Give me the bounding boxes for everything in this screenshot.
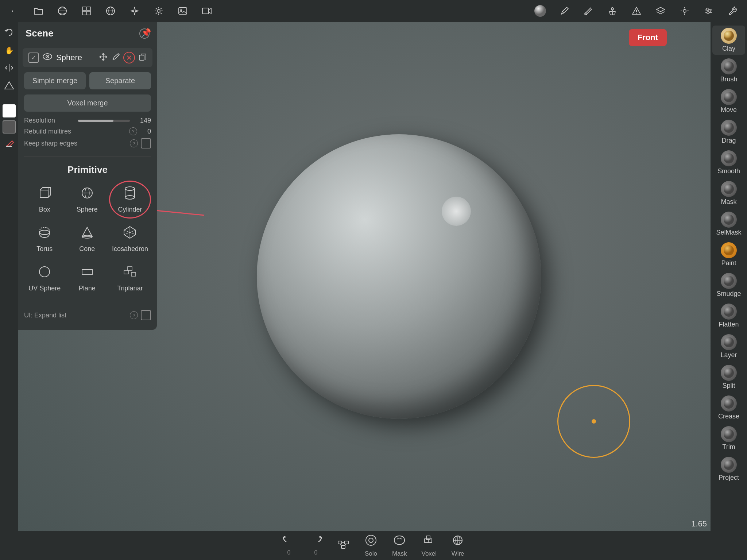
separate-button[interactable]: Separate	[89, 72, 151, 89]
topology-icon[interactable]	[55, 4, 69, 18]
tool-move[interactable]: Move	[712, 87, 745, 116]
wrench-icon[interactable]	[726, 4, 740, 18]
sliders-icon[interactable]	[702, 4, 716, 18]
brush-dot	[592, 419, 596, 424]
object-copy-icon[interactable]	[139, 53, 147, 63]
globe-icon[interactable]	[104, 4, 117, 18]
tool-selmask[interactable]: SelMask	[712, 209, 745, 239]
undo-icon[interactable]	[2, 26, 16, 40]
brush2-icon[interactable]	[581, 4, 595, 18]
resolution-slider[interactable]	[78, 120, 130, 122]
svg-point-59	[724, 153, 734, 163]
ui-expand-row: UI: Expand list ?	[18, 308, 157, 323]
tool-flatten[interactable]: Flatten	[712, 301, 745, 331]
icosahedron-icon	[123, 225, 137, 243]
ui-expand-help-icon[interactable]: ?	[130, 311, 138, 319]
svg-rect-10	[179, 8, 187, 14]
tool-trim[interactable]: Trim	[712, 424, 745, 453]
primitive-uvsphere[interactable]: UV Sphere	[24, 259, 65, 297]
object-edit-icon[interactable]	[112, 53, 120, 63]
top-toolbar: ←	[0, 0, 747, 22]
triangle3-icon[interactable]	[2, 78, 16, 93]
tool-split[interactable]: Split	[712, 363, 745, 392]
triplanar-icon	[123, 264, 137, 282]
tool-paint[interactable]: Paint	[712, 240, 745, 269]
tool-mask[interactable]: Mask	[712, 179, 745, 208]
simple-merge-button[interactable]: Simple merge	[24, 72, 86, 89]
tool-crease[interactable]: Crease	[712, 393, 745, 422]
object-checkbox[interactable]: ✓	[28, 53, 39, 63]
back-icon[interactable]: ←	[7, 4, 21, 18]
pin-button[interactable]: 📌	[139, 26, 152, 39]
primitive-torus[interactable]: Torus	[24, 220, 65, 258]
anchor-icon[interactable]	[605, 4, 619, 18]
mask-button[interactable]: Mask	[392, 534, 407, 557]
tool-smooth[interactable]: Smooth	[712, 148, 745, 177]
uvsphere-label: UV Sphere	[28, 285, 61, 292]
primitive-icosahedron[interactable]: Icosahedron	[109, 220, 151, 258]
trim-icon	[721, 426, 737, 442]
tool-clay[interactable]: Clay	[712, 26, 745, 55]
tool-project[interactable]: Project	[712, 455, 745, 484]
primitive-cylinder[interactable]: Cylinder	[109, 181, 151, 219]
sharp-checkbox[interactable]	[141, 138, 151, 148]
primitive-sphere[interactable]: Sphere	[66, 181, 107, 219]
undo-button[interactable]: 0	[283, 535, 295, 556]
wire-button[interactable]: Wire	[451, 534, 464, 557]
object-delete-icon[interactable]	[123, 52, 135, 63]
paint-icon	[721, 242, 737, 258]
rebuild-row: Rebuild multires ? 0	[24, 126, 151, 137]
drag-icon	[721, 120, 737, 136]
primitive-cone[interactable]: Cone	[66, 220, 107, 258]
gesture-icon[interactable]: ✋	[2, 43, 16, 58]
svg-point-15	[611, 8, 614, 10]
grid-icon[interactable]	[80, 4, 93, 18]
sparkle-icon[interactable]	[128, 4, 142, 18]
rebuild-help-icon[interactable]: ?	[129, 127, 137, 135]
video-icon[interactable]	[200, 4, 214, 18]
eraser-icon[interactable]	[2, 136, 16, 151]
voxel-button[interactable]: Voxel	[422, 534, 437, 557]
object-move-icon[interactable]	[98, 52, 108, 63]
folder-icon[interactable]	[31, 4, 45, 18]
primitive-triplanar[interactable]: Triplanar	[109, 259, 151, 297]
sym-icon[interactable]	[2, 61, 16, 75]
redo-button[interactable]: 0	[310, 535, 322, 556]
topology-button[interactable]	[337, 537, 350, 554]
svg-point-77	[369, 538, 373, 542]
topology-bottom-icon	[337, 537, 350, 553]
trim-label: Trim	[722, 443, 735, 451]
layers2-icon[interactable]	[654, 4, 667, 18]
settings3-icon[interactable]	[678, 4, 692, 18]
tool-drag[interactable]: Drag	[712, 117, 745, 147]
brush-label: Brush	[720, 76, 737, 83]
voxel-merge-button[interactable]: Voxel merge	[24, 94, 151, 112]
tool-layer[interactable]: Layer	[712, 332, 745, 361]
object-row: ✓ Sphere	[23, 48, 152, 67]
svg-point-76	[366, 535, 376, 545]
bottom-toolbar: 0 0 Solo Mask Voxel Wire	[0, 531, 747, 560]
primitive-plane[interactable]: Plane	[66, 259, 107, 297]
undo-count: 0	[287, 549, 290, 556]
primitive-box[interactable]: Box	[24, 181, 65, 219]
image-icon[interactable]	[176, 4, 190, 18]
ui-expand-checkbox[interactable]	[141, 310, 151, 320]
sharp-help-icon[interactable]: ?	[130, 139, 138, 147]
svg-rect-52	[124, 270, 128, 274]
sphere-preview-icon[interactable]	[533, 4, 547, 18]
sharp-label: Keep sharp edges	[24, 140, 127, 147]
settings2-icon[interactable]	[152, 4, 166, 18]
brush-icon	[721, 58, 737, 74]
triangle-warn-icon[interactable]	[630, 4, 643, 18]
cone-icon	[80, 225, 94, 243]
voxel-bottom-label: Voxel	[422, 550, 437, 557]
tool-smudge[interactable]: Smudge	[712, 271, 745, 300]
front-view-button[interactable]: Front	[629, 29, 667, 46]
object-visibility-icon[interactable]	[42, 53, 53, 62]
tool-brush[interactable]: Brush	[712, 56, 745, 85]
white-color-swatch[interactable]	[3, 104, 16, 117]
solo-button[interactable]: Solo	[364, 534, 378, 557]
dark-color-swatch[interactable]	[3, 120, 16, 134]
svg-point-66	[724, 368, 734, 378]
pen-icon[interactable]	[557, 4, 571, 18]
